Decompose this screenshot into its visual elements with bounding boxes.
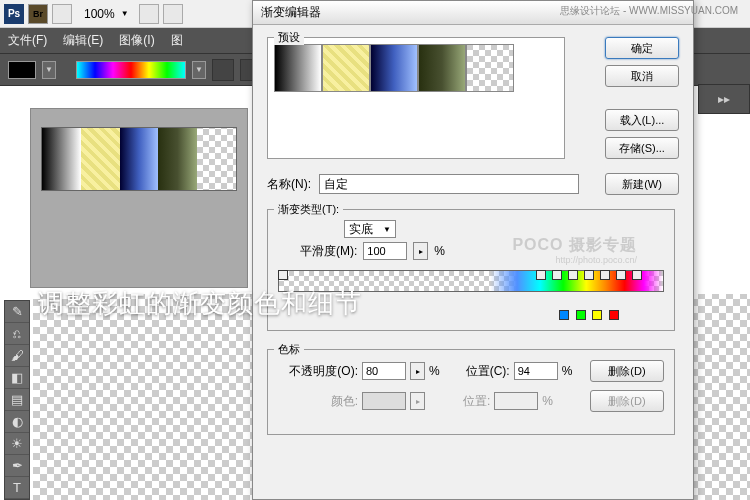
- stepper-icon[interactable]: ▸: [410, 362, 425, 380]
- new-button[interactable]: 新建(W): [605, 173, 679, 195]
- stepper-icon: ▸: [410, 392, 425, 410]
- tools-panel: ✎ ⎌ 🖌 ◧ ▤ ◐ ☀ ✒ T: [4, 300, 30, 500]
- gradient-preview[interactable]: [76, 61, 186, 79]
- opacity-stop[interactable]: [536, 270, 546, 280]
- right-panel-strip: ▸▸: [698, 84, 750, 114]
- preset-thumb[interactable]: [370, 44, 418, 92]
- dropdown-arrow-icon[interactable]: ▼: [121, 9, 129, 18]
- linear-gradient-icon[interactable]: [212, 59, 234, 81]
- opacity-stop[interactable]: [616, 270, 626, 280]
- preset-item[interactable]: [197, 128, 236, 190]
- save-button[interactable]: 存储(S)...: [605, 137, 679, 159]
- preset-group: 预设: [267, 37, 565, 159]
- tool-gradient-icon[interactable]: ▤: [5, 389, 29, 411]
- tool-dodge-icon[interactable]: ☀: [5, 433, 29, 455]
- opacity-stop[interactable]: [278, 270, 288, 280]
- opacity-input[interactable]: [362, 362, 406, 380]
- tool-pencil-icon[interactable]: ✎: [5, 301, 29, 323]
- watermark-poco: POCO 摄影专题: [512, 235, 637, 256]
- name-input[interactable]: [319, 174, 579, 194]
- name-label: 名称(N):: [267, 176, 311, 193]
- opacity-stop[interactable]: [584, 270, 594, 280]
- tool-blur-icon[interactable]: ◐: [5, 411, 29, 433]
- stepper-icon[interactable]: ▸: [413, 242, 428, 260]
- preset-item[interactable]: [120, 128, 159, 190]
- bridge-icon[interactable]: Br: [28, 4, 48, 24]
- opacity-label: 不透明度(O):: [278, 363, 358, 380]
- preset-thumb[interactable]: [322, 44, 370, 92]
- smoothness-label: 平滑度(M):: [300, 243, 357, 260]
- colorstop-group-label: 色标: [274, 342, 304, 357]
- position-label: 位置(C):: [466, 363, 510, 380]
- photoshop-icon: Ps: [4, 4, 24, 24]
- percent-label: %: [429, 364, 440, 378]
- gradient-picker-flyout: [30, 108, 248, 288]
- type-select[interactable]: 实底▼: [344, 220, 396, 238]
- percent-label: %: [562, 364, 573, 378]
- gradient-ramp-editor[interactable]: [278, 270, 664, 320]
- menu-layer[interactable]: 图: [171, 32, 183, 49]
- expand-panel-icon[interactable]: ▸▸: [718, 92, 730, 106]
- position-input[interactable]: [514, 362, 558, 380]
- type-value: 实底: [349, 221, 373, 238]
- color-stop[interactable]: [592, 310, 602, 320]
- zoom-level[interactable]: 100%: [84, 7, 115, 21]
- percent-label: %: [434, 244, 445, 258]
- preset-item[interactable]: [42, 128, 81, 190]
- menu-file[interactable]: 文件(F): [8, 32, 47, 49]
- color-label: 颜色:: [278, 393, 358, 410]
- tool-pen-icon[interactable]: ✒: [5, 455, 29, 477]
- preset-item[interactable]: [158, 128, 197, 190]
- color-stop[interactable]: [576, 310, 586, 320]
- color-stop[interactable]: [609, 310, 619, 320]
- delete-stop-button[interactable]: 删除(D): [590, 360, 664, 382]
- smoothness-input[interactable]: [363, 242, 407, 260]
- preset-group-label: 预设: [274, 30, 304, 45]
- foreground-color-swatch[interactable]: [8, 61, 36, 79]
- position2-input: [494, 392, 538, 410]
- opacity-stop[interactable]: [568, 270, 578, 280]
- preset-thumb[interactable]: [274, 44, 322, 92]
- preset-item[interactable]: [81, 128, 120, 190]
- menu-edit[interactable]: 编辑(E): [63, 32, 103, 49]
- opacity-stop[interactable]: [632, 270, 642, 280]
- tool-stamp-icon[interactable]: ⎌: [5, 323, 29, 345]
- tool-eraser-icon[interactable]: ◧: [5, 367, 29, 389]
- type-label: 渐变类型(T):: [274, 202, 343, 217]
- ok-button[interactable]: 确定: [605, 37, 679, 59]
- menu-image[interactable]: 图像(I): [119, 32, 154, 49]
- gradient-dropdown-icon[interactable]: ▼: [192, 61, 206, 79]
- opacity-stop[interactable]: [600, 270, 610, 280]
- swatch-dropdown-icon[interactable]: ▼: [42, 61, 56, 79]
- opacity-stop[interactable]: [552, 270, 562, 280]
- tool-type-icon[interactable]: T: [5, 477, 29, 499]
- position2-label: 位置:: [463, 393, 490, 410]
- gradient-editor-dialog: 渐变编辑器 POCO 摄影专题 http://photo.poco.cn/ 预设…: [252, 0, 694, 500]
- percent-label: %: [542, 394, 553, 408]
- name-row: 名称(N): 新建(W): [267, 173, 679, 195]
- hand-tool-icon[interactable]: [139, 4, 159, 24]
- delete-color-button: 删除(D): [590, 390, 664, 412]
- load-button[interactable]: 载入(L)...: [605, 109, 679, 131]
- preset-thumb[interactable]: [418, 44, 466, 92]
- watermark-top: 思缘设计论坛 - WWW.MISSYUAN.COM: [560, 4, 738, 18]
- tool-brush-icon[interactable]: 🖌: [5, 345, 29, 367]
- color-stop-group: 色标 不透明度(O): ▸ % 位置(C): % 删除(D) 颜色: ▸ 位置:: [267, 349, 675, 435]
- preset-thumb[interactable]: [466, 44, 514, 92]
- dialog-button-column: 确定 取消 载入(L)... 存储(S)...: [605, 37, 679, 159]
- color-swatch-input: [362, 392, 406, 410]
- view-grid-icon[interactable]: [52, 4, 72, 24]
- gradient-type-group: 渐变类型(T): 实底▼ 平滑度(M): ▸ %: [267, 209, 675, 331]
- cancel-button[interactable]: 取消: [605, 65, 679, 87]
- arrange-icon[interactable]: [163, 4, 183, 24]
- color-stop[interactable]: [559, 310, 569, 320]
- dialog-title-text: 渐变编辑器: [261, 4, 321, 21]
- gradient-preset-strip: [41, 127, 237, 191]
- watermark-poco-url: http://photo.poco.cn/: [555, 255, 637, 265]
